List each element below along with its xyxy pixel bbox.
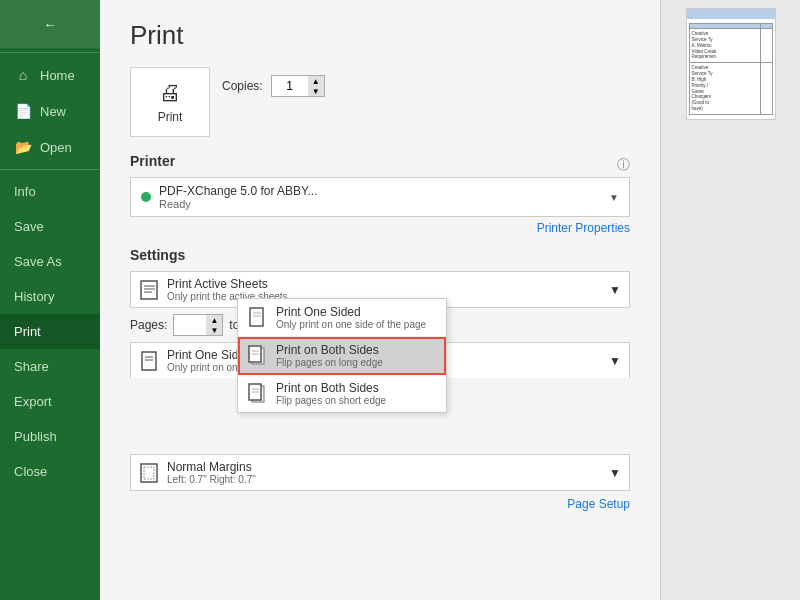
sidebar-item-new[interactable]: 📄 New: [0, 93, 100, 129]
printer-box-inner: PDF-XChange 5.0 for ABBY... Ready: [141, 184, 318, 210]
preview-table: CreativeService TyA: MinimuVideo CreatiR…: [689, 23, 773, 115]
sidebar-label-print: Print: [14, 324, 41, 339]
sidebar-label-home: Home: [40, 68, 75, 83]
sidebar-item-share[interactable]: Share: [0, 349, 100, 384]
printer-name: PDF-XChange 5.0 for ABBY...: [159, 184, 318, 198]
copies-input[interactable]: [272, 77, 308, 95]
copies-increment[interactable]: ▲: [308, 76, 324, 86]
sidebar-label-history: History: [14, 289, 54, 304]
preview-cell-2b: [760, 63, 772, 115]
page-title: Print: [130, 20, 630, 51]
preview-content-area: CreativeService TyA: MinimuVideo CreatiR…: [687, 19, 775, 119]
home-icon: ⌂: [14, 67, 32, 83]
option-one-sided-sub: Only print on one side of the page: [276, 319, 426, 330]
pages-from-wrap: ▲ ▼: [173, 314, 223, 336]
sidebar-item-home[interactable]: ⌂ Home: [0, 57, 100, 93]
page-setup-link[interactable]: Page Setup: [130, 497, 630, 511]
margins-selector[interactable]: Normal Margins Left: 0.7" Right: 0.7" ▼: [130, 454, 630, 491]
new-icon: 📄: [14, 103, 32, 119]
preview-cell-1b: [760, 29, 772, 63]
copies-decrement[interactable]: ▼: [308, 86, 324, 96]
svg-rect-19: [144, 467, 154, 479]
print-button-label: Print: [158, 110, 183, 124]
sidebar-item-save[interactable]: Save: [0, 209, 100, 244]
printer-icon: 🖨: [159, 80, 181, 106]
margins-title: Normal Margins: [167, 460, 256, 474]
open-icon: 📂: [14, 139, 32, 155]
active-sheets-icon: [139, 279, 161, 301]
preview-page: CreativeService TyA: MinimuVideo CreatiR…: [686, 8, 776, 120]
printer-name-block: PDF-XChange 5.0 for ABBY... Ready: [159, 184, 318, 210]
copies-row: Copies: ▲ ▼: [222, 75, 325, 97]
sides-icon: [139, 350, 161, 372]
print-area: Print 🖨 Print Copies: ▲ ▼: [100, 0, 660, 600]
sides-arrow: ▼: [609, 354, 621, 368]
option-both-long-title: Print on Both Sides: [276, 343, 383, 357]
printer-section-label: Printer: [130, 153, 175, 169]
sidebar-label-save: Save: [14, 219, 44, 234]
back-button[interactable]: ←: [0, 0, 100, 48]
margins-icon: [139, 462, 161, 484]
option-both-short[interactable]: Print on Both Sides Flip pages on short …: [238, 375, 446, 412]
svg-rect-0: [141, 281, 157, 299]
preview-cell-2a: CreativeService TyB: HighPriority /GameC…: [689, 63, 760, 115]
sidebar-item-publish[interactable]: Publish: [0, 419, 100, 454]
copies-input-wrap: ▲ ▼: [271, 75, 325, 97]
print-button-area: 🖨 Print Copies: ▲ ▼: [130, 67, 630, 137]
main-area: Print 🖨 Print Copies: ▲ ▼: [100, 0, 660, 600]
sidebar-item-info[interactable]: Info: [0, 174, 100, 209]
active-sheets-arrow: ▼: [609, 283, 621, 297]
option-one-sided-icon: [246, 307, 268, 329]
sidebar-item-export[interactable]: Export: [0, 384, 100, 419]
sidebar-label-info: Info: [14, 184, 36, 199]
sidebar-item-open[interactable]: 📂 Open: [0, 129, 100, 165]
option-one-sided[interactable]: Print One Sided Only print on one side o…: [238, 299, 446, 337]
sidebar-divider2: [0, 169, 100, 170]
printer-status: Ready: [159, 198, 318, 210]
printer-info-icon[interactable]: ⓘ: [617, 156, 630, 174]
pages-from-increment[interactable]: ▲: [206, 315, 222, 325]
sidebar-label-new: New: [40, 104, 66, 119]
margins-text: Normal Margins Left: 0.7" Right: 0.7": [167, 460, 256, 485]
svg-rect-7: [250, 308, 263, 326]
copies-label: Copies:: [222, 79, 263, 93]
pages-label: Pages:: [130, 318, 167, 332]
svg-rect-4: [142, 352, 156, 370]
sidebar-item-history[interactable]: History: [0, 279, 100, 314]
back-arrow-icon: ←: [44, 17, 57, 32]
printer-properties-link[interactable]: Printer Properties: [130, 221, 630, 235]
sidebar-label-share: Share: [14, 359, 49, 374]
printer-selector[interactable]: PDF-XChange 5.0 for ABBY... Ready ▼: [130, 177, 630, 217]
margins-inner: Normal Margins Left: 0.7" Right: 0.7": [139, 460, 256, 485]
pages-from-input[interactable]: [174, 316, 206, 334]
option-one-sided-title: Print One Sided: [276, 305, 426, 319]
pages-from-decrement[interactable]: ▼: [206, 325, 222, 335]
option-both-short-text: Print on Both Sides Flip pages on short …: [276, 381, 386, 406]
sidebar-label-publish: Publish: [14, 429, 57, 444]
sidebar-item-saveas[interactable]: Save As: [0, 244, 100, 279]
sidebar-label-export: Export: [14, 394, 52, 409]
preview-panel: CreativeService TyA: MinimuVideo CreatiR…: [660, 0, 800, 600]
sidebar-item-close[interactable]: Close: [0, 454, 100, 489]
printer-section: Printer ⓘ PDF-XChange 5.0 for ABBY... Re…: [130, 153, 630, 235]
printer-status-dot: [141, 192, 151, 202]
preview-header-row: [687, 9, 775, 19]
preview-cell-1a: CreativeService TyA: MinimuVideo CreatiR…: [689, 29, 760, 63]
option-both-long-text: Print on Both Sides Flip pages on long e…: [276, 343, 383, 368]
copies-area: Copies: ▲ ▼: [210, 67, 337, 105]
option-both-short-title: Print on Both Sides: [276, 381, 386, 395]
copies-spinner: ▲ ▼: [308, 76, 324, 96]
option-both-long-icon: [246, 345, 268, 367]
active-sheets-title: Print Active Sheets: [167, 277, 288, 291]
sidebar: ← ⌂ Home 📄 New 📂 Open Info Save Save As …: [0, 0, 100, 600]
option-both-long[interactable]: Print on Both Sides Flip pages on long e…: [238, 337, 446, 375]
sidebar-label-close: Close: [14, 464, 47, 479]
sides-dropdown-menu: Print One Sided Only print on one side o…: [237, 298, 447, 413]
settings-section: Settings Print Active Sheets Only print …: [130, 247, 630, 511]
sidebar-label-saveas: Save As: [14, 254, 62, 269]
margins-arrow: ▼: [609, 466, 621, 480]
option-both-long-sub: Flip pages on long edge: [276, 357, 383, 368]
sidebar-item-print[interactable]: Print: [0, 314, 100, 349]
print-button[interactable]: 🖨 Print: [130, 67, 210, 137]
option-one-sided-text: Print One Sided Only print on one side o…: [276, 305, 426, 330]
